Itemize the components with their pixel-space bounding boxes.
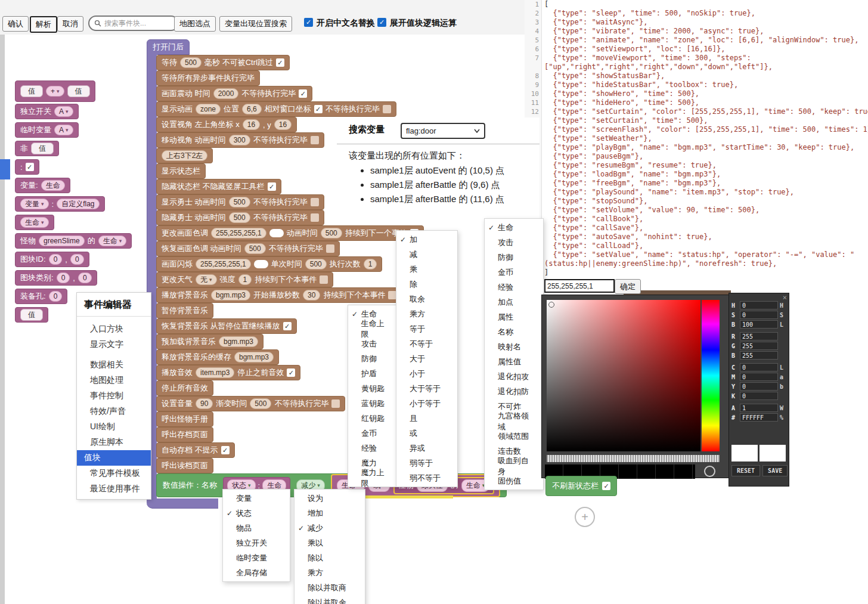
field-mode-label[interactable]: a xyxy=(780,374,786,380)
parse-button[interactable]: 解析 xyxy=(30,16,57,33)
field-value[interactable]: 255 xyxy=(740,332,778,340)
block-field[interactable]: 1 xyxy=(238,274,252,285)
search-input[interactable]: 搜索事件块... xyxy=(88,16,179,31)
field-mode-label[interactable]: W xyxy=(780,405,786,411)
menu-item[interactable]: 乘方 xyxy=(294,565,365,580)
value-slot[interactable]: 值 xyxy=(31,143,54,154)
block-field[interactable]: 自定义flag xyxy=(57,199,99,209)
stack-block[interactable]: 画面闪烁255,255,255,1单次时间500执行次数1 xyxy=(156,256,382,272)
menu-item[interactable]: ✓生命 xyxy=(485,220,543,235)
stack-block[interactable]: 预加载背景音乐bgm.mp3 xyxy=(156,334,264,349)
block-field[interactable]: 0 xyxy=(70,254,84,265)
field-value[interactable]: 0 xyxy=(740,373,778,381)
block-dropdown[interactable]: A▾ xyxy=(54,125,73,135)
stack-block[interactable]: 等待所有异步事件执行完毕 xyxy=(156,70,260,86)
menu-item[interactable]: 经验 xyxy=(348,441,398,456)
stack-block[interactable]: 设置音量90渐变时间500不等待执行完毕 xyxy=(156,396,345,411)
color-value-input[interactable]: 255,255,255,1 xyxy=(544,279,615,293)
stack-block[interactable]: 显示勇士 动画时间500不等待执行完毕 xyxy=(156,194,324,210)
block-field[interactable]: 90 xyxy=(196,398,213,409)
block-field[interactable]: 2000 xyxy=(213,88,239,99)
flyout-block[interactable]: 装备孔:0 xyxy=(15,289,67,304)
block-field[interactable]: 500 xyxy=(229,212,250,223)
block-field[interactable]: 0 xyxy=(49,254,63,265)
block-field[interactable]: 0 xyxy=(57,272,70,283)
sidebar-item-事件控制[interactable]: 事件控制 xyxy=(77,388,151,404)
block-dropdown[interactable]: 生命▾ xyxy=(20,217,49,228)
picker-ring-handle[interactable] xyxy=(704,466,715,477)
chinese-name-checkbox[interactable]: ✓ xyxy=(304,18,313,27)
block-checkbox[interactable]: ✓ xyxy=(287,368,295,377)
menu-item[interactable]: 金币 xyxy=(348,426,398,441)
stack-block[interactable]: 呼出存档页面 xyxy=(156,427,213,442)
field-mode-label[interactable]: S xyxy=(780,312,786,318)
norefresh-statusbar-option[interactable]: 不刷新状态栏 ✓ xyxy=(545,476,617,496)
sidebar-item-入口方块[interactable]: 入口方块 xyxy=(77,321,151,337)
flyout-block[interactable]: 变量:生命 xyxy=(15,178,70,193)
stack-block[interactable]: 隐藏勇士 动画时间500不等待执行完毕 xyxy=(156,210,324,225)
field-value[interactable]: 0 xyxy=(740,301,778,309)
menu-item[interactable]: 设为 xyxy=(294,491,365,506)
stack-block[interactable]: 暂停背景音乐 xyxy=(156,303,213,318)
block-field[interactable]: 6,6 xyxy=(242,104,262,114)
menu-item[interactable]: 或 xyxy=(396,426,457,441)
block-field[interactable]: 16 xyxy=(243,119,260,130)
stack-block[interactable]: 等待500毫秒 不可被Ctrl跳过✓ xyxy=(156,55,290,70)
sidebar-item-值块[interactable]: 值块 xyxy=(77,450,151,466)
menu-item[interactable]: 魔力上限 xyxy=(348,470,398,485)
event-wrapper-foot[interactable] xyxy=(147,498,218,509)
code-editor[interactable]: 1[2 {"type": "sleep", "time": 500, "noSk… xyxy=(525,0,868,280)
block-field[interactable]: 1 xyxy=(364,259,377,270)
value-slot[interactable]: 值 xyxy=(20,85,43,97)
stack-block[interactable]: 停止所有音效 xyxy=(156,380,213,396)
saturation-value-field[interactable] xyxy=(547,300,700,451)
menu-item[interactable]: 金币 xyxy=(485,265,543,280)
sidebar-item-原生脚本[interactable]: 原生脚本 xyxy=(77,435,151,450)
field-mode-label[interactable]: % xyxy=(780,414,786,421)
block-field[interactable]: zone xyxy=(196,104,221,114)
block-dropdown[interactable]: +▾ xyxy=(46,86,64,97)
block-field[interactable]: 上右3下2左 xyxy=(162,150,207,161)
save-button[interactable]: SAVE xyxy=(762,465,788,476)
color-swatch-button[interactable] xyxy=(269,229,284,237)
flyout-block[interactable]: 非值 xyxy=(15,141,59,156)
flyout-block[interactable]: 生命▾ xyxy=(15,215,54,230)
menu-item[interactable]: 退化扣防 xyxy=(485,384,543,399)
stack-block[interactable]: 恢复背景音乐 从暂停位置继续播放✓ xyxy=(156,318,297,334)
field-mode-label[interactable]: L xyxy=(780,364,786,371)
block-checkbox[interactable]: ✓ xyxy=(283,322,292,330)
menu-item[interactable]: 大于等于 xyxy=(396,381,457,396)
menu-item[interactable]: 生命上限 xyxy=(348,321,398,336)
alpha-slider[interactable] xyxy=(547,455,720,462)
expand-logic-checkbox[interactable]: ✓ xyxy=(377,18,386,27)
stack-block[interactable]: 显示动画zone位置6,6相对窗口坐标✓不等待执行完毕 xyxy=(156,101,396,117)
block-checkbox[interactable]: ✓ xyxy=(221,446,230,454)
menu-item[interactable]: 属性值 xyxy=(485,354,543,369)
menu-item[interactable]: 攻击 xyxy=(485,235,543,250)
block-checkbox[interactable]: ✓ xyxy=(299,89,307,98)
stack-block[interactable]: 更改画面色调255,255,255,1动画时间500持续到下一个事件✓ xyxy=(156,225,424,241)
block-checkbox[interactable] xyxy=(311,198,319,206)
menu-item[interactable]: 加点 xyxy=(485,295,543,309)
flyout-block[interactable]: :✓ xyxy=(15,159,39,175)
block-field[interactable]: 255,255,255,1 xyxy=(196,259,251,270)
block-checkbox[interactable] xyxy=(383,105,391,113)
left-scrollbar-track[interactable] xyxy=(0,0,5,604)
block-dropdown[interactable]: 无▾ xyxy=(196,274,217,285)
field-value[interactable]: 100 xyxy=(740,320,778,329)
reset-button[interactable]: RESET xyxy=(731,465,760,476)
sidebar-item-特效/声音[interactable]: 特效/声音 xyxy=(77,404,151,419)
menu-item[interactable]: 九宫格领域 xyxy=(485,414,543,429)
menu-item[interactable]: 属性 xyxy=(485,309,543,324)
menu-item[interactable]: 防御 xyxy=(348,351,398,366)
block-dropdown[interactable]: 生命▾ xyxy=(98,236,127,246)
menu-item[interactable]: 小于等于 xyxy=(396,396,457,411)
flyout-block[interactable]: 怪物greenSlime的生命▾ xyxy=(15,233,132,249)
stack-block[interactable]: 移动视角 动画时间300不等待执行完毕 xyxy=(156,132,324,148)
sidebar-item-常见事件模板[interactable]: 常见事件模板 xyxy=(77,466,151,481)
menu-item[interactable]: 小于 xyxy=(396,366,457,381)
value-slot[interactable]: 值 xyxy=(67,85,90,97)
menu-item[interactable]: 且 xyxy=(396,411,457,426)
flyout-block[interactable]: 图块类别:0,0 xyxy=(15,270,97,286)
flyout-block[interactable]: 值+▾值 xyxy=(15,80,95,102)
